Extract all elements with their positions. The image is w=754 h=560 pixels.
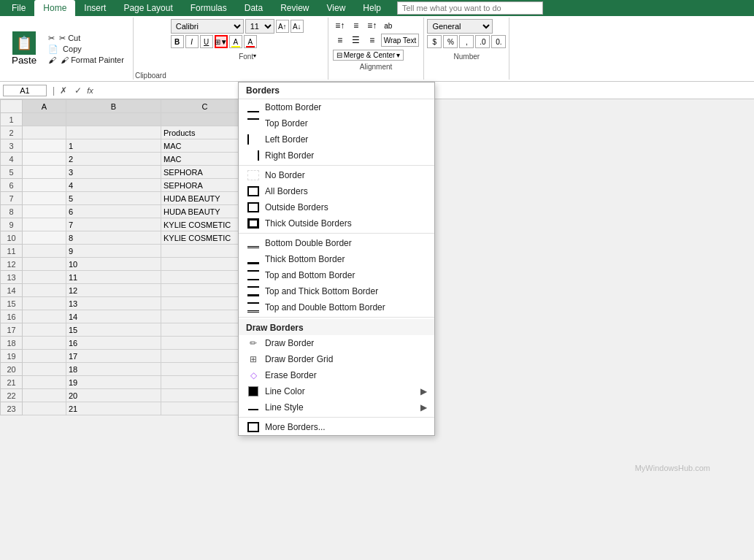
draw-border-item[interactable]: ✏ Draw Border [239,335,434,351]
separator-3 [239,317,434,318]
separator-4 [239,417,434,418]
all-borders-item[interactable]: All Borders [239,183,434,199]
separator-2 [239,233,434,234]
right-border-icon [247,150,259,161]
top-bottom-border-icon [247,270,259,280]
line-color-icon [248,386,258,396]
top-double-bottom-border-label: Top and Double Bottom Border [265,302,385,312]
separator-1 [239,165,434,166]
top-border-label: Top Border [265,118,308,129]
erase-border-icon: ◇ [250,370,257,380]
bottom-border-item[interactable]: Bottom Border [239,99,434,115]
outside-borders-item[interactable]: Outside Borders [239,199,434,215]
line-color-arrow: ▶ [420,386,427,396]
top-bottom-border-label: Top and Bottom Border [265,270,355,280]
bottom-border-label: Bottom Border [265,102,321,112]
line-color-label: Line Color [265,386,305,396]
bottom-border-icon [247,102,259,112]
top-double-bottom-border-icon [247,302,259,312]
top-double-bottom-border-item[interactable]: Top and Double Bottom Border [239,299,434,315]
draw-border-grid-icon: ⊞ [250,354,257,364]
no-border-icon [247,170,259,180]
draw-borders-section: Draw Borders [239,319,434,335]
erase-border-item[interactable]: ◇ Erase Border [239,367,434,383]
borders-menu-title: Borders [239,83,434,99]
outside-borders-icon [247,202,259,212]
top-thick-bottom-border-icon [247,286,259,296]
thick-outside-borders-label: Thick Outside Borders [265,218,352,229]
left-border-icon [247,134,259,145]
all-borders-icon [247,186,259,196]
thick-outside-borders-icon [247,218,259,229]
erase-border-label: Erase Border [265,370,317,380]
bottom-double-border-icon [247,238,259,248]
thick-outside-borders-item[interactable]: Thick Outside Borders [239,215,434,231]
top-border-icon [247,118,259,129]
left-border-item[interactable]: Left Border [239,131,434,147]
draw-border-grid-label: Draw Border Grid [265,354,333,364]
line-style-item[interactable]: Line Style ▶ [239,399,434,415]
no-border-item[interactable]: No Border [239,167,434,183]
bottom-double-border-item[interactable]: Bottom Double Border [239,235,434,251]
thick-bottom-border-label: Thick Bottom Border [265,254,345,264]
more-borders-icon [247,422,259,432]
bottom-double-border-label: Bottom Double Border [265,238,352,248]
thick-bottom-border-item[interactable]: Thick Bottom Border [239,251,434,267]
right-border-label: Right Border [265,150,314,161]
line-color-item[interactable]: Line Color ▶ [239,383,434,399]
top-bottom-border-item[interactable]: Top and Bottom Border [239,267,434,283]
draw-border-icon: ✏ [250,338,257,348]
more-borders-label: More Borders... [265,422,326,432]
borders-dropdown: Borders Bottom Border Top Border Left Bo… [238,82,435,436]
top-border-item[interactable]: Top Border [239,115,434,131]
thick-bottom-border-icon [247,254,259,264]
no-border-label: No Border [265,170,305,180]
right-border-item[interactable]: Right Border [239,147,434,164]
top-thick-bottom-border-label: Top and Thick Bottom Border [265,286,378,296]
left-border-label: Left Border [265,134,308,145]
top-thick-bottom-border-item[interactable]: Top and Thick Bottom Border [239,283,434,299]
outside-borders-label: Outside Borders [265,202,328,212]
line-style-label: Line Style [265,402,304,413]
all-borders-label: All Borders [265,186,308,196]
draw-border-grid-item[interactable]: ⊞ Draw Border Grid [239,351,434,367]
more-borders-item[interactable]: More Borders... [239,419,434,435]
line-style-icon [248,409,258,410]
draw-border-label: Draw Border [265,338,314,348]
line-style-arrow: ▶ [420,402,427,413]
